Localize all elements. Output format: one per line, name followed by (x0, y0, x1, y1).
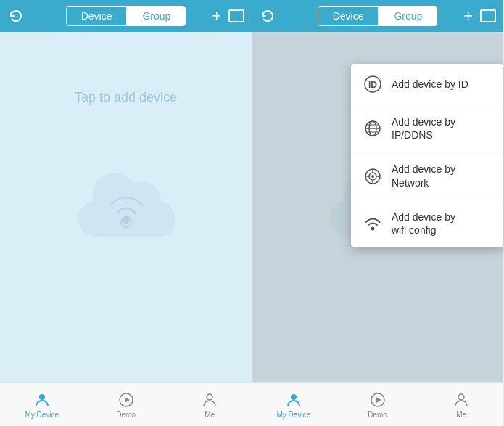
svg-point-28 (458, 394, 464, 400)
me-icon (200, 390, 219, 409)
right-layout-button[interactable] (480, 9, 496, 22)
dropdown-item-add-by-wifi[interactable]: Add device bywifi config (351, 200, 503, 247)
left-bottom-nav: My Device Demo Me (0, 382, 252, 426)
dropdown-item-add-by-id[interactable]: ID Add device by ID (351, 64, 503, 105)
right-bottom-nav: My Device Demo Me (252, 382, 503, 426)
dropdown-item-add-by-ip[interactable]: Add device byIP/DDNS (351, 105, 503, 152)
right-nav-my-device-label: My Device (276, 411, 310, 419)
dropdown-item-add-by-id-label: Add device by ID (392, 78, 468, 91)
left-nav-me[interactable]: Me (168, 383, 252, 426)
right-refresh-button[interactable] (259, 7, 276, 25)
right-tab-device[interactable]: Device (318, 6, 379, 26)
left-refresh-button[interactable] (7, 7, 25, 25)
wifi-icon (363, 213, 383, 234)
dropdown-item-add-by-network-label: Add device byNetwork (392, 163, 455, 189)
svg-point-19 (371, 175, 374, 178)
right-demo-icon (368, 390, 387, 409)
dropdown-menu: ID Add device by ID Add device byIP/D (351, 64, 503, 247)
left-layout-button[interactable] (228, 9, 244, 22)
left-nav-my-device-label: My Device (25, 411, 59, 419)
right-panel: Device Group + Tap t (252, 0, 503, 426)
left-tab-group[interactable]: Group (127, 6, 186, 26)
right-top-bar-right: + (463, 8, 496, 24)
right-nav-me-label: Me (456, 411, 466, 419)
left-nav-me-label: Me (205, 411, 215, 419)
left-tab-group: Device Group (66, 6, 186, 26)
network-icon (363, 166, 383, 187)
svg-point-25 (291, 394, 297, 400)
svg-marker-27 (376, 397, 381, 403)
right-add-button[interactable]: + (463, 8, 473, 24)
right-tab-group[interactable]: Group (379, 6, 437, 26)
svg-point-24 (371, 226, 375, 230)
left-refresh-area (7, 7, 25, 25)
svg-point-2 (124, 220, 128, 224)
id-icon: ID (363, 74, 383, 94)
right-main-content: Tap t ID Add dev (252, 32, 503, 382)
my-device-icon (33, 390, 51, 409)
right-nav-me[interactable]: Me (419, 383, 503, 426)
left-add-button[interactable]: + (212, 8, 221, 24)
svg-text:ID: ID (368, 80, 377, 90)
svg-marker-5 (125, 397, 130, 403)
left-tab-device[interactable]: Device (66, 6, 128, 26)
right-tab-group: Device Group (318, 6, 438, 26)
right-my-device-icon (284, 390, 303, 409)
right-top-bar: Device Group + (252, 0, 503, 32)
left-nav-demo-label: Demo (116, 411, 136, 419)
globe-icon (363, 118, 383, 139)
right-nav-demo[interactable]: Demo (336, 383, 420, 426)
svg-point-3 (39, 394, 45, 400)
left-nav-demo[interactable]: Demo (84, 383, 168, 426)
dropdown-item-add-by-wifi-label: Add device bywifi config (392, 210, 455, 237)
dropdown-item-add-by-ip-label: Add device byIP/DDNS (392, 115, 455, 142)
svg-point-6 (207, 394, 212, 400)
left-cloud-icon (68, 168, 184, 262)
left-nav-my-device[interactable]: My Device (0, 383, 84, 426)
right-me-icon (452, 390, 471, 409)
left-panel: Device Group + Tap to add device (0, 0, 252, 426)
left-top-bar: Device Group + (0, 0, 252, 32)
right-nav-my-device[interactable]: My Device (252, 383, 336, 426)
dropdown-item-add-by-network[interactable]: Add device byNetwork (351, 152, 503, 200)
right-refresh-area (259, 7, 276, 25)
left-main-content: Tap to add device (0, 32, 252, 382)
demo-icon (117, 390, 136, 409)
left-top-bar-right: + (212, 8, 244, 24)
right-nav-demo-label: Demo (368, 411, 387, 419)
left-tap-hint: Tap to add device (75, 90, 177, 105)
